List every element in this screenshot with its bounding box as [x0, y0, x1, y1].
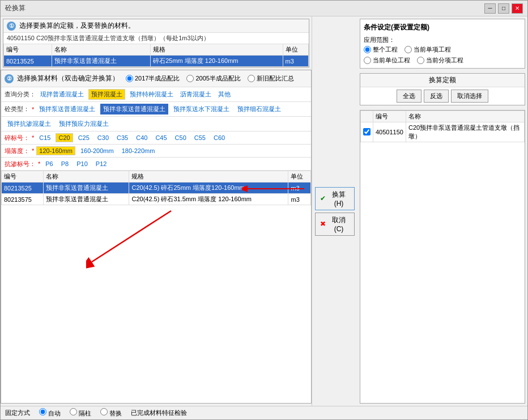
- tab-premix-concrete[interactable]: 预拌混凝土: [88, 89, 125, 100]
- grade-c30[interactable]: C30: [95, 133, 112, 142]
- table-row[interactable]: 80213525 预拌非泵送普通混凝土 碎石25mm 塌落度 120-160mm…: [4, 56, 309, 67]
- red-arrow-annotation: [242, 183, 310, 206]
- grade-filter-row: 碎标号： * C15 C20 C25 C30 C35 C40 C45 C50 C…: [1, 131, 311, 145]
- type-waterproof[interactable]: 预拌抗渗混凝土: [5, 118, 54, 129]
- cell-unit: m3: [283, 56, 308, 67]
- resist-p10[interactable]: P10: [74, 159, 91, 168]
- scope-sub-project[interactable]: 当前分项工程: [417, 56, 463, 65]
- source-table: 编号 名称 规格 单位 80213525 预拌非泵送普通混凝土 碎石25mm 塌…: [3, 44, 309, 67]
- grade-c60[interactable]: C60: [211, 133, 228, 142]
- source-section: ① 选择要换算的定额，及要替换的材料。 40501150 C20预拌非泵送普通混…: [3, 19, 309, 67]
- impermeability-filter-row: 抗渗标号： * P6 P8 P10 P12: [1, 158, 311, 171]
- result-col-unit: 单位: [288, 171, 311, 183]
- cell-name: C20预拌非泵送普通混凝土管道支墩（挡墩）: [406, 122, 524, 142]
- window-controls: ─ □ ✕: [484, 3, 523, 14]
- status-auto[interactable]: 自动: [39, 408, 61, 418]
- result-col-spec: 规格: [129, 171, 288, 183]
- info-icon-2: ②: [5, 74, 14, 83]
- cancel-button[interactable]: ✖ 取消(C): [315, 213, 355, 236]
- title-bar: 砼换算 ─ □ ✕: [1, 1, 527, 16]
- window-title: 砼换算: [5, 3, 25, 13]
- tab-normal-concrete[interactable]: 现拌普通混凝土: [38, 90, 86, 99]
- deselect-button[interactable]: 取消选择: [451, 90, 488, 103]
- source-header: ① 选择要换算的定额，及要替换的材料。: [3, 19, 309, 33]
- status-replace[interactable]: 替换: [100, 408, 122, 418]
- grade-c40[interactable]: C40: [133, 133, 150, 142]
- grade-c20[interactable]: C20: [56, 133, 73, 142]
- cell-spec: 碎石25mm 塌落度 120-160mm: [151, 56, 283, 67]
- col-id: 编号: [4, 44, 52, 56]
- scope-row1: 整个工程 当前单项工程: [364, 45, 521, 54]
- status-grid[interactable]: 隔柱: [70, 408, 91, 418]
- tab-special-concrete[interactable]: 预拌特种混凝土: [127, 90, 176, 99]
- grade-c35[interactable]: C35: [114, 133, 131, 142]
- conditions-title: 条件设定(要设置定额): [364, 23, 521, 32]
- col-name: 名称: [52, 44, 150, 56]
- filter-tabs-row: 查询分类： 现拌普通混凝土 预拌混凝土 预拌特种混凝土 沥青混凝土 其他: [1, 87, 311, 102]
- calc-section: 换算定额 全选 反选 取消选择: [360, 73, 525, 105]
- grade-c25[interactable]: C25: [75, 133, 92, 142]
- definition-table-section: 编号 名称 40501150 C20预拌非泵送普通混凝土管道支墩（挡墩）: [360, 110, 525, 404]
- type-filter-row1: 砼类型： * 预拌泵送普通混凝土 预拌非泵送普通混凝土 预拌泵送水下混凝土 预拌…: [1, 102, 311, 117]
- cell-name: 预拌非泵送普通混凝土: [43, 183, 129, 194]
- type-label: 砼类型：: [5, 105, 29, 113]
- scope-unit-project[interactable]: 当前单位工程: [364, 56, 410, 65]
- tab-other[interactable]: 其他: [216, 90, 233, 99]
- svg-line-3: [92, 211, 171, 262]
- type-pump-underwater[interactable]: 预拌泵送水下混凝土: [171, 104, 232, 114]
- scope-row2: 当前单位工程 当前分项工程: [364, 56, 521, 65]
- source-row-text: 40501150 C20预拌非泵送普通混凝土管道支墩（挡墩）（每处1m3以内）: [3, 33, 309, 44]
- tab-asphalt-concrete[interactable]: 沥青混凝土: [178, 90, 214, 99]
- resist-p12[interactable]: P12: [93, 159, 110, 168]
- grade-c45[interactable]: C45: [152, 133, 169, 142]
- conditions-section: 条件设定(要设置定额) 应用范围： 整个工程 当前单项工程 当前单位工程: [360, 19, 525, 69]
- type-nopump-normal[interactable]: 预拌非泵送普通混凝土: [100, 104, 168, 114]
- type-fine-stone[interactable]: 预拌细石混凝土: [235, 104, 284, 114]
- scope-radio-group: 整个工程 当前单项工程 当前单位工程 当前分项工程: [364, 45, 521, 65]
- cancel-label: 取消(C): [328, 215, 350, 233]
- col-def-id: 编号: [373, 111, 406, 122]
- status-bar: 固定方式 自动 隔柱 替换 已完成材料特征检验: [1, 406, 527, 419]
- slump-120-160[interactable]: 120-160mm: [36, 146, 75, 155]
- resist-p6[interactable]: P6: [42, 159, 56, 168]
- status-fixed-mode: 固定方式: [5, 409, 30, 417]
- scope-single-project[interactable]: 当前单项工程: [404, 45, 451, 54]
- radio-2017[interactable]: 2017半成品配比: [126, 74, 180, 83]
- grade-c15[interactable]: C15: [36, 133, 53, 142]
- grade-c50[interactable]: C50: [172, 133, 189, 142]
- right-panel: 条件设定(要设置定额) 应用范围： 整个工程 当前单项工程 当前单位工程: [357, 16, 527, 406]
- result-col-name: 名称: [43, 171, 129, 183]
- impermeability-label: 抗渗标号：: [5, 160, 36, 168]
- info-icon: ①: [7, 22, 16, 31]
- cell-id: 80213525: [2, 183, 44, 194]
- close-button[interactable]: ✕: [512, 3, 523, 14]
- scope-whole-project[interactable]: 整个工程: [364, 45, 398, 54]
- material-section: ② 选择换算材料（双击确定并换算） 2017半成品配比 2005半成品配比 新旧…: [1, 70, 312, 404]
- radio-new-old[interactable]: 新旧配比汇总: [248, 74, 294, 83]
- type-pump-normal[interactable]: 预拌泵送普通混凝土: [36, 104, 98, 114]
- col-unit: 单位: [283, 44, 308, 56]
- type-prestress[interactable]: 预拌预应力混凝土: [56, 118, 112, 129]
- col-checkbox: [361, 111, 373, 122]
- radio-group: 2017半成品配比 2005半成品配比 新旧配比汇总: [122, 72, 297, 85]
- minimize-button[interactable]: ─: [484, 3, 496, 14]
- slump-160-200[interactable]: 160-200mm: [78, 146, 117, 155]
- cell-checkbox[interactable]: [361, 122, 373, 142]
- table-row[interactable]: 40501150 C20预拌非泵送普通混凝土管道支墩（挡墩）: [361, 122, 525, 142]
- invert-select-button[interactable]: 反选: [424, 90, 449, 103]
- col-spec: 规格: [151, 44, 283, 56]
- cell-name: 预拌非泵送普通混凝土: [43, 194, 129, 205]
- confirm-button[interactable]: ✔ 换算(H): [315, 187, 355, 210]
- select-all-button[interactable]: 全选: [397, 90, 421, 103]
- resist-p8[interactable]: P8: [58, 159, 71, 168]
- slump-180-220[interactable]: 180-220mm: [119, 146, 158, 155]
- slump-filter-row: 塌落度： * 120-160mm 160-200mm 180-220mm: [1, 145, 311, 158]
- radio-2005[interactable]: 2005半成品配比: [186, 74, 240, 83]
- grade-c55[interactable]: C55: [191, 133, 208, 142]
- maximize-button[interactable]: □: [498, 3, 509, 14]
- main-content: ① 选择要换算的定额，及要替换的材料。 40501150 C20预拌非泵送普通混…: [1, 16, 527, 406]
- material-header-text: 选择换算材料（双击确定并换算）: [17, 74, 119, 83]
- large-red-arrow: [86, 205, 199, 273]
- impermeability-star: *: [38, 160, 40, 167]
- cell-id: 80213525: [4, 56, 52, 67]
